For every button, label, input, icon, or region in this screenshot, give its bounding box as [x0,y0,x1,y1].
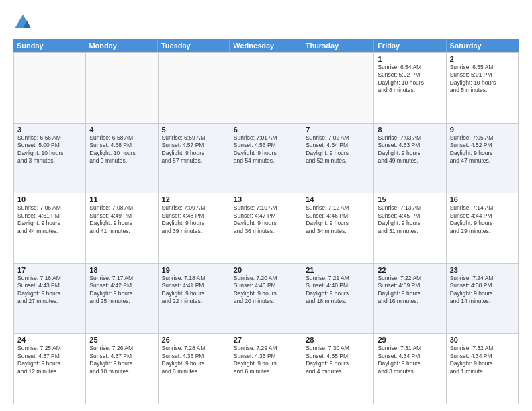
day-number: 13 [234,195,298,203]
day-info: Sunrise: 7:09 AM Sunset: 4:48 PM Dayligh… [162,204,226,235]
calendar-cell: 8Sunrise: 7:03 AM Sunset: 4:53 PM Daylig… [374,124,446,194]
calendar-cell [159,53,230,124]
day-info: Sunrise: 7:05 AM Sunset: 4:52 PM Dayligh… [450,134,515,165]
calendar-cell: 25Sunrise: 7:26 AM Sunset: 4:37 PM Dayli… [86,334,158,404]
day-info: Sunrise: 7:28 AM Sunset: 4:36 PM Dayligh… [162,345,226,375]
calendar-row: 1Sunrise: 6:54 AM Sunset: 5:02 PM Daylig… [14,53,519,124]
day-info: Sunrise: 7:12 AM Sunset: 4:46 PM Dayligh… [306,204,370,235]
day-number: 19 [162,266,226,274]
calendar-cell: 21Sunrise: 7:21 AM Sunset: 4:40 PM Dayli… [302,264,374,334]
day-number: 5 [162,126,226,134]
calendar-cell: 18Sunrise: 7:17 AM Sunset: 4:42 PM Dayli… [86,264,158,334]
day-info: Sunrise: 7:29 AM Sunset: 4:35 PM Dayligh… [234,345,298,375]
day-number: 22 [378,266,442,274]
day-number: 12 [162,195,226,203]
day-info: Sunrise: 7:32 AM Sunset: 4:34 PM Dayligh… [450,345,515,375]
day-number: 8 [378,126,442,134]
calendar-cell: 27Sunrise: 7:29 AM Sunset: 4:35 PM Dayli… [230,334,302,404]
calendar-cell: 1Sunrise: 6:54 AM Sunset: 5:02 PM Daylig… [374,53,446,124]
day-info: Sunrise: 7:13 AM Sunset: 4:45 PM Dayligh… [378,204,442,235]
calendar-cell [230,53,302,124]
day-info: Sunrise: 7:31 AM Sunset: 4:34 PM Dayligh… [378,345,442,375]
calendar-header-cell: Wednesday [230,39,302,52]
day-number: 28 [306,336,370,344]
calendar-cell: 30Sunrise: 7:32 AM Sunset: 4:34 PM Dayli… [447,334,519,404]
day-info: Sunrise: 7:02 AM Sunset: 4:54 PM Dayligh… [306,134,370,165]
day-info: Sunrise: 7:18 AM Sunset: 4:41 PM Dayligh… [162,275,226,306]
calendar-cell: 17Sunrise: 7:16 AM Sunset: 4:43 PM Dayli… [14,264,86,334]
day-info: Sunrise: 7:03 AM Sunset: 4:53 PM Dayligh… [378,134,442,165]
day-number: 3 [17,126,82,134]
calendar-cell: 3Sunrise: 6:56 AM Sunset: 5:00 PM Daylig… [14,124,86,194]
calendar-header-cell: Thursday [302,39,374,52]
day-info: Sunrise: 7:20 AM Sunset: 4:40 PM Dayligh… [234,275,298,306]
calendar-cell: 15Sunrise: 7:13 AM Sunset: 4:45 PM Dayli… [374,193,446,264]
calendar-row: 24Sunrise: 7:25 AM Sunset: 4:37 PM Dayli… [14,334,519,404]
logo-icon [13,13,32,32]
calendar-body: 1Sunrise: 6:54 AM Sunset: 5:02 PM Daylig… [13,52,519,404]
day-info: Sunrise: 6:58 AM Sunset: 4:58 PM Dayligh… [89,134,154,165]
day-info: Sunrise: 7:10 AM Sunset: 4:47 PM Dayligh… [234,204,298,235]
day-info: Sunrise: 7:26 AM Sunset: 4:37 PM Dayligh… [89,345,154,375]
day-info: Sunrise: 7:17 AM Sunset: 4:42 PM Dayligh… [89,275,154,306]
calendar-cell: 16Sunrise: 7:14 AM Sunset: 4:44 PM Dayli… [447,193,519,264]
calendar-cell: 11Sunrise: 7:08 AM Sunset: 4:49 PM Dayli… [86,193,158,264]
calendar-cell: 26Sunrise: 7:28 AM Sunset: 4:36 PM Dayli… [159,334,230,404]
calendar-header-cell: Tuesday [158,39,230,52]
calendar-cell: 22Sunrise: 7:22 AM Sunset: 4:39 PM Dayli… [374,264,446,334]
calendar-cell: 7Sunrise: 7:02 AM Sunset: 4:54 PM Daylig… [302,124,374,194]
day-number: 17 [17,266,82,274]
calendar-row: 3Sunrise: 6:56 AM Sunset: 5:00 PM Daylig… [14,124,519,194]
calendar-cell [86,53,158,124]
day-info: Sunrise: 6:59 AM Sunset: 4:57 PM Dayligh… [162,134,226,165]
logo [13,13,35,32]
calendar-cell: 29Sunrise: 7:31 AM Sunset: 4:34 PM Dayli… [374,334,446,404]
day-number: 29 [378,336,442,344]
day-info: Sunrise: 7:14 AM Sunset: 4:44 PM Dayligh… [450,204,515,235]
day-number: 26 [162,336,226,344]
day-number: 24 [17,336,82,344]
calendar-cell: 28Sunrise: 7:30 AM Sunset: 4:35 PM Dayli… [302,334,374,404]
calendar-cell: 5Sunrise: 6:59 AM Sunset: 4:57 PM Daylig… [159,124,230,194]
day-number: 20 [234,266,298,274]
calendar-cell: 2Sunrise: 6:55 AM Sunset: 5:01 PM Daylig… [447,53,519,124]
calendar-cell [302,53,374,124]
day-info: Sunrise: 7:16 AM Sunset: 4:43 PM Dayligh… [17,275,82,306]
day-number: 10 [17,195,82,203]
day-info: Sunrise: 7:30 AM Sunset: 4:35 PM Dayligh… [306,345,370,375]
calendar-row: 10Sunrise: 7:06 AM Sunset: 4:51 PM Dayli… [14,193,519,264]
day-info: Sunrise: 6:54 AM Sunset: 5:02 PM Dayligh… [378,64,442,95]
calendar-cell: 4Sunrise: 6:58 AM Sunset: 4:58 PM Daylig… [86,124,158,194]
day-number: 1 [378,55,442,63]
day-number: 16 [450,195,515,203]
calendar-header-cell: Friday [374,39,446,52]
day-number: 23 [450,266,515,274]
day-info: Sunrise: 7:08 AM Sunset: 4:49 PM Dayligh… [89,204,154,235]
calendar-cell: 10Sunrise: 7:06 AM Sunset: 4:51 PM Dayli… [14,193,86,264]
calendar: SundayMondayTuesdayWednesdayThursdayFrid… [13,39,519,404]
day-number: 4 [89,126,154,134]
day-number: 14 [306,195,370,203]
day-info: Sunrise: 7:25 AM Sunset: 4:37 PM Dayligh… [17,345,82,375]
calendar-cell: 23Sunrise: 7:24 AM Sunset: 4:38 PM Dayli… [447,264,519,334]
day-info: Sunrise: 7:24 AM Sunset: 4:38 PM Dayligh… [450,275,515,306]
day-info: Sunrise: 7:22 AM Sunset: 4:39 PM Dayligh… [378,275,442,306]
day-number: 25 [89,336,154,344]
day-number: 27 [234,336,298,344]
day-info: Sunrise: 7:01 AM Sunset: 4:56 PM Dayligh… [234,134,298,165]
day-number: 21 [306,266,370,274]
calendar-cell: 6Sunrise: 7:01 AM Sunset: 4:56 PM Daylig… [230,124,302,194]
header [13,11,519,32]
calendar-cell: 14Sunrise: 7:12 AM Sunset: 4:46 PM Dayli… [302,193,374,264]
calendar-cell: 9Sunrise: 7:05 AM Sunset: 4:52 PM Daylig… [447,124,519,194]
calendar-cell: 24Sunrise: 7:25 AM Sunset: 4:37 PM Dayli… [14,334,86,404]
day-number: 2 [450,55,515,63]
day-info: Sunrise: 6:56 AM Sunset: 5:00 PM Dayligh… [17,134,82,165]
day-info: Sunrise: 7:21 AM Sunset: 4:40 PM Dayligh… [306,275,370,306]
calendar-cell: 20Sunrise: 7:20 AM Sunset: 4:40 PM Dayli… [230,264,302,334]
calendar-header-cell: Sunday [13,39,85,52]
calendar-cell [14,53,86,124]
calendar-cell: 12Sunrise: 7:09 AM Sunset: 4:48 PM Dayli… [159,193,230,264]
calendar-row: 17Sunrise: 7:16 AM Sunset: 4:43 PM Dayli… [14,264,519,334]
calendar-header-cell: Monday [85,39,157,52]
